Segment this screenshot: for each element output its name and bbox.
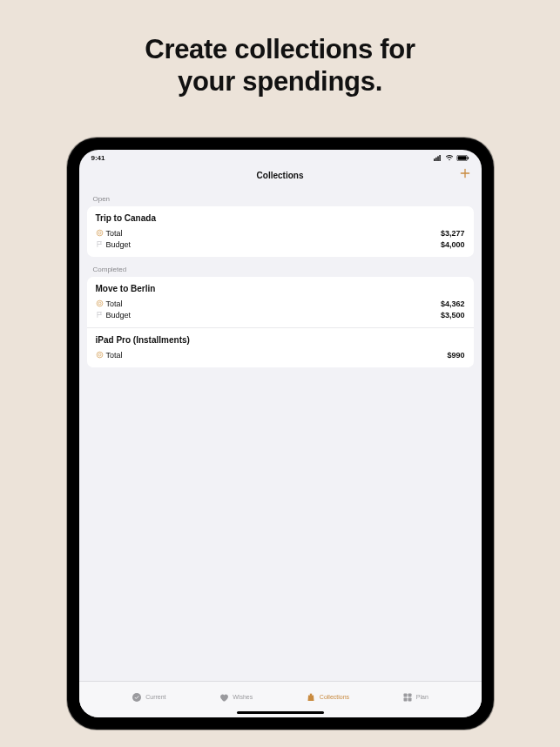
svg-rect-3 [439,155,440,161]
add-button[interactable] [459,166,471,182]
status-right [434,155,469,161]
plus-icon [459,167,471,179]
grid-icon [402,692,413,703]
row-value: $4,000 [441,240,465,249]
coin-icon [96,351,106,359]
collection-card[interactable]: Move to Berlin Total $4,362 Budget [87,277,474,327]
svg-rect-0 [434,158,435,161]
svg-rect-15 [408,693,411,697]
svg-rect-2 [437,156,438,161]
hero-title: Create collections for your spendings. [0,0,560,98]
tab-label: Collections [320,694,349,700]
card-group-completed: Move to Berlin Total $4,362 Budget [87,277,474,367]
flag-icon [96,311,106,319]
tab-current[interactable]: Current [132,692,165,703]
card-group-open: Trip to Canada Total $3,277 Budget [87,206,474,257]
row-label: Total [106,351,123,360]
svg-point-9 [97,300,103,306]
tab-plan[interactable]: Plan [402,692,428,703]
home-indicator [237,711,324,714]
check-circle-icon [132,692,142,703]
nav-bar: Collections [79,164,482,186]
svg-rect-17 [408,697,411,701]
row-value: $3,277 [441,229,465,238]
heart-icon [219,692,229,703]
svg-rect-5 [457,156,466,160]
status-time: 9:41 [91,154,105,162]
svg-rect-1 [435,158,436,161]
svg-point-11 [97,352,103,358]
status-bar: 9:41 [79,150,482,164]
svg-rect-6 [468,157,469,159]
section-header-completed: Completed [79,257,482,277]
bag-icon [306,692,316,703]
tab-label: Current [145,694,165,700]
coin-icon [96,299,106,307]
page-title: Collections [257,171,304,180]
collection-title: Trip to Canada [96,213,465,223]
screen: 9:41 Collections Open Trip to Canada [79,150,482,717]
content-area: Open Trip to Canada Total $3,277 [79,186,482,681]
row-value: $4,362 [441,299,465,308]
collection-title: Move to Berlin [96,284,465,293]
collection-card[interactable]: Trip to Canada Total $3,277 Budget [87,206,474,257]
collection-row: Total $3,277 [96,227,465,239]
collection-row: Budget $4,000 [96,239,465,250]
device-frame: 9:41 Collections Open Trip to Canada [67,138,494,730]
signal-icon [434,155,442,161]
wifi-icon [445,155,454,161]
battery-icon [456,155,469,161]
flag-icon [96,240,106,248]
coin-icon [96,229,106,237]
row-label: Budget [106,311,132,320]
svg-point-12 [98,353,101,356]
row-label: Budget [106,240,132,249]
tab-wishes[interactable]: Wishes [219,692,253,703]
tab-label: Wishes [233,694,253,700]
row-value: $990 [447,351,464,360]
row-value: $3,500 [441,311,465,320]
tab-collections[interactable]: Collections [306,692,349,703]
section-header-open: Open [79,186,482,206]
collection-row: Total $4,362 [96,298,465,309]
hero-line1: Create collections for [145,34,415,64]
collection-row: Budget $3,500 [96,309,465,320]
collection-row: Total $990 [96,349,465,360]
svg-point-10 [98,302,101,305]
row-label: Total [106,299,123,308]
svg-point-13 [132,693,141,702]
collection-title: iPad Pro (Installments) [96,335,465,345]
row-label: Total [106,229,123,238]
tab-label: Plan [416,694,428,700]
svg-point-8 [98,232,101,234]
svg-rect-16 [403,697,407,701]
svg-rect-14 [403,693,407,697]
collection-card[interactable]: iPad Pro (Installments) Total $990 [87,327,474,367]
svg-point-7 [97,230,103,236]
hero-line2: your spendings. [178,66,382,97]
